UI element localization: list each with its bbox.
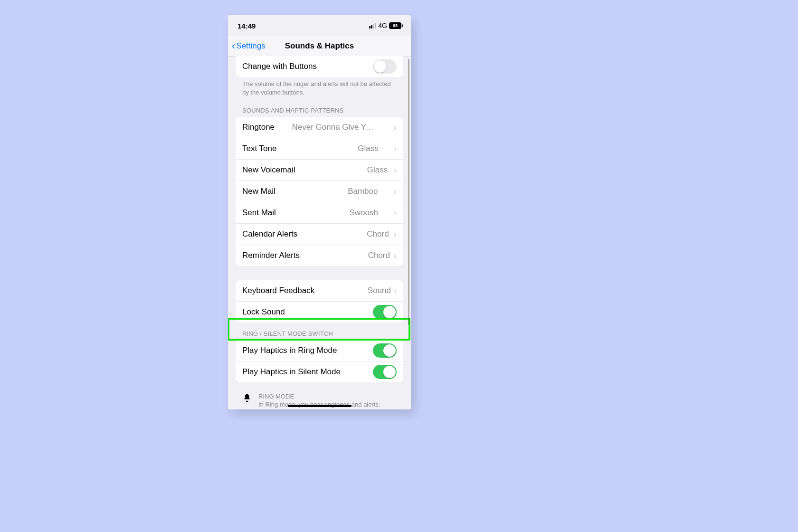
status-right: 4G 63 [369, 22, 401, 29]
row-new-voicemail[interactable]: New Voicemail Glass › [236, 159, 403, 180]
card-change-buttons: Change with Buttons [236, 56, 403, 77]
chevron-right-icon: › [394, 123, 397, 132]
signal-icon [369, 23, 376, 28]
card-patterns: Ringtone Never Gonna Give You Up (Intro…… [236, 117, 403, 266]
battery-level: 63 [393, 23, 398, 28]
battery-icon: 63 [389, 22, 401, 29]
row-value: Never Gonna Give You Up (Intro… [292, 123, 378, 132]
row-value: Chord [304, 229, 389, 239]
section-header-ring-silent: RING / SILENT MODE SWITCH [228, 323, 411, 340]
row-calendar-alerts[interactable]: Calendar Alerts Chord › [236, 223, 403, 245]
row-new-mail[interactable]: New Mail Bamboo › [236, 180, 403, 202]
row-label: Lock Sound [242, 307, 285, 317]
chevron-right-icon: › [394, 187, 397, 196]
card-keyboard-lock: Keyboard Feedback Sound › Lock Sound [236, 280, 403, 323]
home-indicator [288, 405, 352, 407]
row-haptics-silent[interactable]: Play Haptics in Silent Mode [236, 361, 403, 382]
row-value: Sound [318, 286, 391, 295]
back-button[interactable]: ‹ Settings [232, 36, 266, 56]
chevron-right-icon: › [394, 166, 397, 174]
scroll-indicator [408, 59, 409, 325]
chevron-left-icon: ‹ [232, 41, 235, 51]
section-header-patterns: SOUNDS AND HAPTIC PATTERNS [228, 99, 411, 117]
back-label: Settings [236, 41, 265, 51]
row-label: Change with Buttons [242, 62, 317, 71]
toggle-haptics-ring[interactable] [373, 343, 397, 358]
row-label: Reminder Alerts [242, 251, 300, 260]
network-label: 4G [378, 22, 387, 29]
toggle-lock-sound[interactable] [373, 305, 397, 319]
chevron-right-icon: › [394, 251, 397, 260]
row-label: Sent Mail [242, 208, 276, 218]
row-sent-mail[interactable]: Sent Mail Swoosh › [236, 202, 403, 223]
chevron-right-icon: › [394, 286, 397, 295]
row-text-tone[interactable]: Text Tone Glass › [236, 138, 403, 159]
row-haptics-ring[interactable]: Play Haptics in Ring Mode [236, 340, 403, 361]
status-time: 14:49 [238, 22, 256, 30]
phone-frame: 14:49 4G 63 ‹ Settings Sounds & Haptics [228, 15, 411, 409]
row-label: New Mail [242, 187, 276, 196]
row-label: Calendar Alerts [242, 229, 297, 239]
row-label: Play Haptics in Silent Mode [242, 367, 341, 377]
chevron-right-icon: › [394, 144, 397, 153]
row-change-with-buttons[interactable]: Change with Buttons [236, 56, 403, 77]
content-area: Change with Buttons The volume of the ri… [228, 56, 411, 409]
chevron-right-icon: › [394, 230, 397, 238]
row-value: Chord [304, 251, 390, 260]
row-value: Swoosh [293, 208, 378, 218]
row-label: Keyboard Feedback [242, 286, 314, 295]
caption-change-buttons: The volume of the ringer and alerts will… [228, 77, 411, 99]
row-label: Text Tone [242, 144, 276, 153]
row-lock-sound[interactable]: Lock Sound [236, 301, 403, 323]
row-keyboard-feedback[interactable]: Keyboard Feedback Sound › [236, 280, 403, 301]
chevron-right-icon: › [394, 209, 397, 217]
row-label: Ringtone [242, 123, 275, 132]
row-label: New Voicemail [242, 165, 295, 175]
row-ringtone[interactable]: Ringtone Never Gonna Give You Up (Intro…… [236, 117, 403, 138]
status-bar: 14:49 4G 63 [228, 15, 411, 36]
nav-bar: ‹ Settings Sounds & Haptics [228, 36, 411, 57]
row-value: Glass [302, 165, 388, 175]
toggle-haptics-silent[interactable] [373, 365, 397, 379]
row-label: Play Haptics in Ring Mode [242, 346, 337, 355]
bell-icon [242, 393, 252, 405]
card-ring-silent: Play Haptics in Ring Mode Play Haptics i… [236, 340, 403, 382]
row-value: Bamboo [292, 187, 378, 196]
toggle-change-with-buttons[interactable] [373, 59, 397, 74]
ring-mode-title: RING MODE [258, 393, 380, 400]
row-reminder-alerts[interactable]: Reminder Alerts Chord › [236, 245, 403, 266]
row-value: Glass [293, 144, 379, 153]
